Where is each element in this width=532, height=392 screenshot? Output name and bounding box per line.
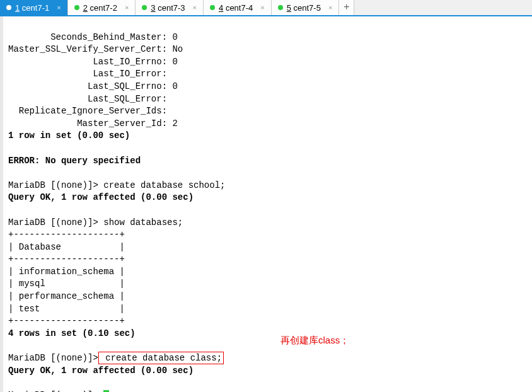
status-dot-icon xyxy=(6,5,11,10)
close-icon[interactable]: × xyxy=(260,4,264,11)
table-header: | Database | xyxy=(8,242,125,252)
status-line: Last_IO_Error: xyxy=(8,69,167,79)
tab-cent7-1[interactable]: 1 cent7-1 × xyxy=(0,0,68,15)
table-border: +--------------------+ xyxy=(8,229,125,239)
tab-label: cent7-3 xyxy=(158,3,185,13)
table-row: | test | xyxy=(8,304,125,314)
error-line: ERROR: No query specified xyxy=(8,156,141,166)
tab-number: 5 xyxy=(287,3,291,13)
table-row: | information_schema | xyxy=(8,267,125,277)
terminal-output[interactable]: Seconds_Behind_Master: 0 Master_SSL_Veri… xyxy=(0,16,532,392)
table-row: | performance_schema | xyxy=(8,291,125,301)
prompt: MariaDB [(none)]> xyxy=(8,180,98,190)
tab-cent7-5[interactable]: 5 cent7-5 × xyxy=(272,0,340,15)
tab-number: 4 xyxy=(219,3,223,13)
query-ok: Query OK, 1 row affected (0.00 sec) xyxy=(8,366,194,376)
tab-label: cent7-4 xyxy=(226,3,253,13)
tab-cent7-4[interactable]: 4 cent7-4 × xyxy=(204,0,272,15)
sql-command: show databases; xyxy=(98,217,183,228)
query-ok: Query OK, 1 row affected (0.00 sec) xyxy=(8,192,194,202)
status-dot-icon xyxy=(142,5,147,10)
tab-number: 2 xyxy=(83,3,88,13)
sql-command: create database school; xyxy=(98,180,226,190)
close-icon[interactable]: × xyxy=(57,4,61,11)
add-tab-button[interactable]: + xyxy=(339,0,354,15)
status-line: Master_SSL_Verify_Server_Cert: No xyxy=(8,44,183,54)
status-line: Last_SQL_Errno: 0 xyxy=(8,81,178,91)
status-line: Master_Server_Id: 2 xyxy=(8,118,178,129)
status-line: Seconds_Behind_Master: 0 xyxy=(8,32,178,42)
prompt: MariaDB [(none)]> xyxy=(8,353,98,363)
status-line: Last_SQL_Error: xyxy=(8,94,167,104)
tab-label: cent7-2 xyxy=(90,3,117,13)
tab-label: cent7-5 xyxy=(294,3,321,13)
annotation-text: 再创建库class； xyxy=(280,334,349,347)
tab-number: 3 xyxy=(151,3,155,13)
highlighted-command: create database class; xyxy=(98,352,224,364)
table-row: | mysql | xyxy=(8,279,125,289)
tab-number: 1 xyxy=(15,3,20,13)
prompt: MariaDB [(none)]> xyxy=(8,217,98,228)
result-summary: 1 row in set (0.00 sec) xyxy=(8,130,130,141)
result-summary: 4 rows in set (0.10 sec) xyxy=(8,328,136,338)
tab-cent7-2[interactable]: 2 cent7-2 × xyxy=(68,0,136,15)
table-border: +--------------------+ xyxy=(8,254,125,264)
status-dot-icon xyxy=(74,5,79,10)
status-dot-icon xyxy=(210,5,215,10)
close-icon[interactable]: × xyxy=(125,4,129,11)
tab-cent7-3[interactable]: 3 cent7-3 × xyxy=(136,0,204,15)
status-dot-icon xyxy=(278,5,283,10)
tab-bar: 1 cent7-1 × 2 cent7-2 × 3 cent7-3 × 4 ce… xyxy=(0,0,532,16)
status-line: Last_IO_Errno: 0 xyxy=(8,57,178,67)
close-icon[interactable]: × xyxy=(328,4,332,11)
close-icon[interactable]: × xyxy=(193,4,197,11)
status-line: Replicate_Ignore_Server_Ids: xyxy=(8,106,167,116)
table-border: +--------------------+ xyxy=(8,316,125,326)
tab-label: cent7-1 xyxy=(22,3,49,13)
